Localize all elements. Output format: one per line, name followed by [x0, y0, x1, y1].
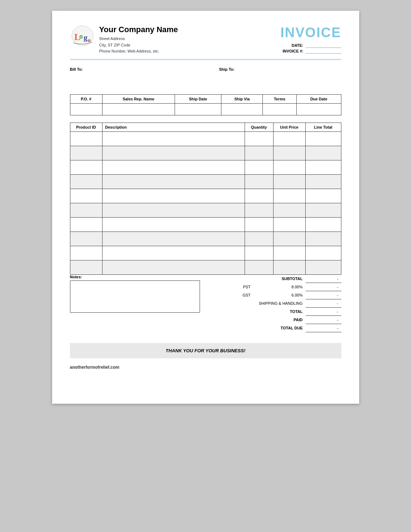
col-linetotal: Line Total: [305, 123, 341, 132]
gst-rate: 6.00%: [254, 291, 306, 299]
po-col-po: P.O. #: [70, 95, 102, 104]
ship-to-label: Ship To:: [219, 67, 341, 71]
notes-col: Notes:: [70, 275, 200, 313]
total-row: TOTAL -: [211, 308, 341, 316]
pst-label: PST: [211, 283, 254, 291]
product-id-cell: [70, 132, 102, 146]
invoice-num-value: [306, 49, 341, 54]
unitprice-cell: [273, 132, 305, 146]
table-row: [70, 232, 341, 246]
po-val-duedate: [296, 104, 341, 115]
linetotal-cell: [305, 232, 341, 246]
table-row: [70, 146, 341, 160]
col-description: Description: [102, 123, 245, 132]
description-cell: [102, 132, 245, 146]
total-due-value: -: [306, 324, 341, 332]
linetotal-cell: [305, 203, 341, 218]
unitprice-cell: [273, 232, 305, 246]
description-cell: [102, 175, 245, 189]
ship-to-col: Ship To:: [219, 67, 341, 73]
notes-box[interactable]: [70, 280, 200, 313]
po-col-salesrep: Sales Rep. Name: [102, 95, 175, 104]
quantity-cell: [245, 146, 273, 160]
unitprice-cell: [273, 203, 305, 218]
gst-row: GST 6.00% -: [211, 291, 341, 299]
quantity-cell: [245, 246, 273, 260]
po-val-shipdate: [175, 104, 221, 115]
unitprice-cell: [273, 175, 305, 189]
company-name: Your Company Name: [99, 25, 178, 34]
svg-text:o: o: [79, 32, 83, 40]
unitprice-cell: [273, 189, 305, 203]
paid-value: -: [306, 316, 341, 324]
product-id-cell: [70, 160, 102, 175]
description-cell: [102, 189, 245, 203]
product-id-cell: [70, 260, 102, 275]
totals-notes-section: Notes: SUBTOTAL - PST 8.00% - GST 6.00% …: [70, 275, 341, 332]
header-left: L o g o Your Company Name Street Address…: [70, 25, 178, 55]
gst-label: GST: [211, 291, 254, 299]
shipping-value: -: [306, 299, 341, 308]
company-address: Street Address City, ST ZIP Code Phone N…: [99, 36, 178, 55]
po-col-duedate: Due Date: [296, 95, 341, 104]
bill-to-col: Bill To:: [70, 67, 192, 73]
table-row: [70, 189, 341, 203]
product-id-cell: [70, 232, 102, 246]
po-col-shipdate: Ship Date: [175, 95, 221, 104]
po-val-salesrep: [102, 104, 175, 115]
product-id-cell: [70, 203, 102, 218]
notes-label: Notes:: [70, 275, 200, 279]
date-label: DATE:: [292, 43, 304, 48]
col-quantity: Quantity: [245, 123, 273, 132]
totals-table: SUBTOTAL - PST 8.00% - GST 6.00% - SHIPP…: [211, 275, 341, 332]
total-label: TOTAL: [211, 308, 306, 316]
table-row: [70, 175, 341, 189]
product-id-cell: [70, 175, 102, 189]
unitprice-cell: [273, 160, 305, 175]
linetotal-cell: [305, 146, 341, 160]
subtotal-value: -: [306, 275, 341, 283]
svg-text:g: g: [84, 33, 87, 42]
quantity-cell: [245, 175, 273, 189]
quantity-cell: [245, 260, 273, 275]
table-row: [70, 132, 341, 146]
po-col-shipvia: Ship Via: [221, 95, 263, 104]
linetotal-cell: [305, 218, 341, 232]
po-header-row: P.O. # Sales Rep. Name Ship Date Ship Vi…: [70, 95, 341, 104]
logo: L o g o: [70, 25, 95, 48]
linetotal-cell: [305, 132, 341, 146]
product-id-cell: [70, 189, 102, 203]
table-row: [70, 218, 341, 232]
footer: anotherformofrelief.com: [70, 365, 341, 370]
quantity-cell: [245, 203, 273, 218]
quantity-cell: [245, 218, 273, 232]
products-header-row: Product ID Description Quantity Unit Pri…: [70, 123, 341, 132]
product-id-cell: [70, 218, 102, 232]
totals-col: SUBTOTAL - PST 8.00% - GST 6.00% - SHIPP…: [211, 275, 341, 332]
description-cell: [102, 260, 245, 275]
unitprice-cell: [273, 260, 305, 275]
divider: [70, 59, 341, 60]
invoice-num-row: INVOICE #:: [280, 49, 341, 54]
invoice-title-meta: INVOICE DATE: INVOICE #:: [280, 25, 341, 55]
product-id-cell: [70, 246, 102, 260]
bill-to-label: Bill To:: [70, 67, 192, 71]
total-due-row: TOTAL DUE -: [211, 324, 341, 332]
linetotal-cell: [305, 189, 341, 203]
quantity-cell: [245, 189, 273, 203]
linetotal-cell: [305, 160, 341, 175]
description-cell: [102, 203, 245, 218]
thankyou-text: THANK YOU FOR YOUR BUSINESS!: [166, 348, 245, 353]
gst-value: -: [306, 291, 341, 299]
address-line3: Phone Number, Web Address, etc.: [99, 48, 178, 55]
invoice-title: INVOICE: [280, 25, 341, 40]
col-productid: Product ID: [70, 123, 102, 132]
total-value: -: [306, 308, 341, 316]
unitprice-cell: [273, 218, 305, 232]
pst-value: -: [306, 283, 341, 291]
invoice-meta: DATE: INVOICE #:: [280, 43, 341, 54]
date-value: [306, 43, 341, 48]
quantity-cell: [245, 132, 273, 146]
subtotal-row: SUBTOTAL -: [211, 275, 341, 283]
footer-website: anotherformofrelief.com: [70, 365, 120, 370]
